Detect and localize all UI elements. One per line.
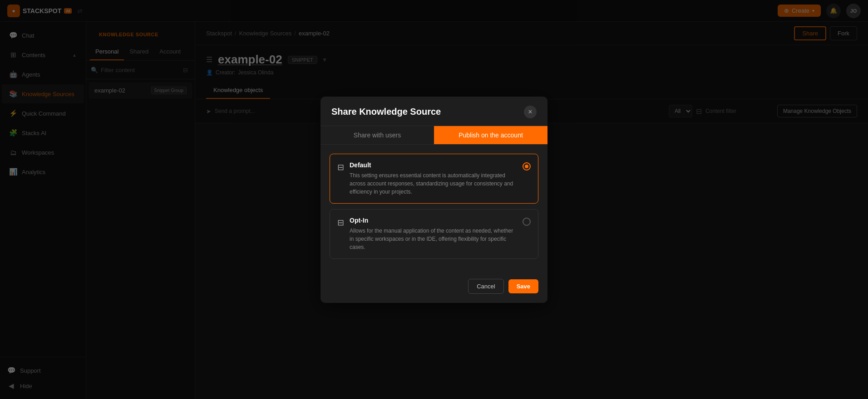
modal-title: Share Knowledge Source [331,107,441,117]
opt-in-option-content: Opt-In Allows for the manual application… [350,217,517,251]
default-option-title: Default [350,161,517,169]
default-option-icon: ⊟ [337,162,344,172]
opt-in-option-desc: Allows for the manual application of the… [350,227,517,251]
modal-tab-publish-on-account[interactable]: Publish on the account [434,126,547,144]
save-button[interactable]: Save [508,279,538,293]
modal-overlay: Share Knowledge Source × Share with user… [0,0,868,399]
default-radio[interactable] [523,162,531,170]
share-modal: Share Knowledge Source × Share with user… [321,97,547,303]
opt-in-option-icon: ⊟ [337,218,344,228]
modal-header: Share Knowledge Source × [321,97,547,126]
opt-in-option-title: Opt-In [350,217,517,224]
modal-footer: Cancel Save [321,273,547,303]
default-option-desc: This setting ensures essential content i… [350,171,517,196]
option-default[interactable]: ⊟ Default This setting ensures essential… [330,154,538,204]
option-opt-in[interactable]: ⊟ Opt-In Allows for the manual applicati… [330,209,538,259]
modal-tab-share-with-users[interactable]: Share with users [321,126,434,144]
opt-in-radio[interactable] [523,218,531,226]
default-option-content: Default This setting ensures essential c… [350,161,517,196]
modal-body: ⊟ Default This setting ensures essential… [321,145,547,273]
modal-tabs: Share with users Publish on the account [321,126,547,145]
modal-close-button[interactable]: × [524,106,537,118]
cancel-button[interactable]: Cancel [468,279,503,294]
